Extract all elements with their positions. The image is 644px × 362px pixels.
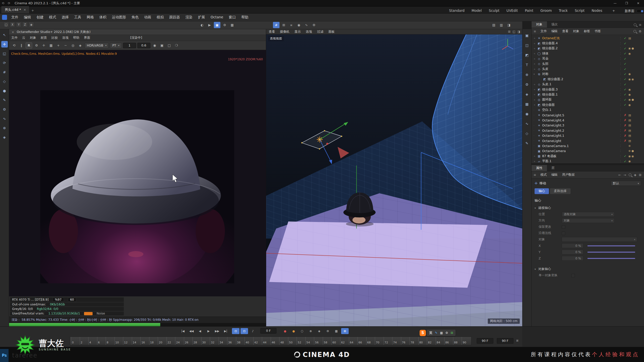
keyframe-button[interactable]: ▦ <box>333 328 340 334</box>
tab-layers[interactable]: 层 <box>547 165 559 171</box>
layout-tab[interactable]: Script <box>571 8 588 13</box>
object-row[interactable]: + ☀ Octane灯光 ⁚ ✓ ▤ <box>532 36 644 41</box>
visibility-dots[interactable]: ⁚ <box>620 47 621 50</box>
tool-icon[interactable]: ✎ <box>1 97 8 103</box>
dock-icon[interactable]: ◈ <box>524 91 530 98</box>
keyframe-button[interactable]: ● <box>281 328 289 334</box>
dock-icon[interactable]: ◩ <box>524 52 530 58</box>
visibility-dots[interactable]: ⁚ <box>620 67 621 71</box>
menu-item[interactable]: 模拟 <box>154 15 167 20</box>
octane-toolbar-button[interactable]: + <box>55 42 61 49</box>
z-value-field[interactable]: 0 % <box>562 256 583 261</box>
tool-icon[interactable]: ● <box>1 87 8 94</box>
object-row[interactable]: · ◩ 细分曲面.2 ⁚ ✓ ◉◉ <box>532 77 644 82</box>
object-name[interactable]: 头皮 <box>542 67 548 71</box>
toolbar-button[interactable]: ¤ <box>288 22 295 28</box>
layout-tab[interactable]: Track <box>555 8 571 13</box>
object-name[interactable]: OctaneCamera.1 <box>542 144 569 148</box>
enable-state-icon[interactable]: ✗ <box>623 113 627 117</box>
tool-option-tab[interactable]: 轴心 <box>535 188 549 194</box>
visibility-dots[interactable]: ⁚ <box>620 88 621 91</box>
undo-icon[interactable]: ⟲ <box>0 2 6 5</box>
tag-chips[interactable]: ▤ <box>628 37 644 40</box>
z-slider[interactable] <box>587 258 635 259</box>
menu-item[interactable]: 模式 <box>46 15 59 20</box>
sogou-logo-icon[interactable]: S <box>420 330 426 336</box>
object-name[interactable]: OctaneLight.2 <box>542 129 564 132</box>
visibility-dots[interactable]: ⁚ <box>620 144 621 148</box>
viewport-menu-item[interactable]: 过滤 <box>315 30 326 34</box>
object-row[interactable]: + ▦ 87 奇函板 ⁚ ✓ ◉◉ <box>532 154 644 159</box>
tool-icon[interactable]: ↖ <box>1 32 8 38</box>
expand-icon[interactable]: + <box>534 99 537 101</box>
tool-option-tab[interactable]: 柔和选择 <box>550 188 571 194</box>
octane-toolbar-button[interactable]: − <box>63 42 69 49</box>
expand-icon[interactable]: + <box>534 104 537 106</box>
expand-icon[interactable]: · <box>534 150 537 152</box>
search-icon[interactable] <box>634 23 636 26</box>
object-name[interactable]: 细分曲面.4 <box>542 41 558 46</box>
tool-icon[interactable]: ✛ <box>1 41 8 48</box>
menu-item[interactable]: 工具 <box>71 15 84 20</box>
toolbar-button[interactable]: ⊞ <box>280 22 287 28</box>
keyframe-button[interactable]: ◈ <box>315 328 323 334</box>
object-name[interactable]: 球体 <box>542 52 548 56</box>
visibility-dots[interactable]: ⁚ <box>620 139 621 143</box>
axis-gizmo-icon[interactable] <box>500 37 516 53</box>
expand-icon[interactable]: · <box>534 109 537 111</box>
toolbar-button[interactable]: ▢ <box>4 22 9 27</box>
toolbar-button[interactable]: ◨ <box>506 22 512 28</box>
visibility-dots[interactable]: ⁚ <box>620 134 621 137</box>
expand-icon[interactable]: + <box>534 42 537 45</box>
keyframe-button[interactable]: ● <box>290 328 297 334</box>
tag-chips[interactable]: ◉ <box>628 103 644 107</box>
menu-item[interactable]: 窗口 <box>226 15 238 20</box>
layout-tab[interactable]: Paint <box>521 8 537 13</box>
tag-chips[interactable]: ▤ <box>628 119 644 122</box>
dock-icon[interactable]: ◇ <box>524 130 530 137</box>
tag-chips[interactable]: ⊕● <box>628 149 644 153</box>
viewport-scene[interactable]: 透视视图 网格间距 : 500 cm <box>266 34 522 326</box>
timeline-ruler[interactable]: 0246810121416182022242628303234363840424… <box>70 337 471 345</box>
expand-icon[interactable]: + <box>534 63 537 65</box>
octane-toolbar-button[interactable]: ◉ <box>152 42 158 49</box>
visibility-dots[interactable]: ⁚ <box>620 119 621 122</box>
orientation-select[interactable]: 对象 ▾ <box>562 218 615 223</box>
toolbar-button[interactable]: ◉ <box>296 22 302 28</box>
octane-toolbar-button[interactable]: ▣ <box>159 42 165 49</box>
menu-item[interactable]: 跟踪器 <box>167 15 183 20</box>
object-name[interactable]: 细分曲面.2 <box>542 46 558 51</box>
menu-item[interactable]: 创建 <box>34 15 46 20</box>
lock-icon[interactable]: ◈ <box>634 173 636 177</box>
expand-icon[interactable]: · <box>534 145 537 147</box>
view-label[interactable]: 透视视图 <box>268 36 284 41</box>
search-icon[interactable] <box>633 30 636 33</box>
menu-item[interactable]: 运动图形 <box>109 15 129 20</box>
expand-icon[interactable]: + <box>534 88 537 91</box>
object-row[interactable]: + ▱ 平面.1 ⁚ ✓ ◉ <box>532 159 644 163</box>
octane-menu-item[interactable]: 选项 <box>60 36 71 40</box>
enable-state-icon[interactable]: ✓ <box>623 47 627 50</box>
tag-chips[interactable]: ◉● <box>628 47 644 50</box>
transport-button[interactable]: ◀◀ <box>188 328 195 334</box>
viewport-corner-icon[interactable]: ◱ <box>512 30 515 33</box>
enable-state-icon[interactable]: ✓ <box>623 62 627 66</box>
object-row[interactable]: · ☀ OctaneLight ⁚ ✗ ▤ <box>532 138 644 143</box>
object-name[interactable]: 头部 <box>542 62 548 66</box>
visibility-dots[interactable]: ⁚ <box>620 103 621 107</box>
keyframe-button[interactable]: ⊕ <box>307 328 314 334</box>
visibility-dots[interactable]: ⁚ <box>620 149 621 153</box>
enable-state-icon[interactable]: ✓ <box>623 98 627 102</box>
burger-icon[interactable]: ≡ <box>532 29 538 33</box>
expand-icon[interactable]: + <box>534 37 537 39</box>
toolbar-button[interactable]: ▣ <box>214 22 220 28</box>
tool-icon[interactable]: ∿ <box>1 115 8 122</box>
octane-toolbar-button[interactable]: ◎ <box>70 42 76 49</box>
tag-chips[interactable]: ▤ <box>628 134 644 137</box>
tag-chips[interactable]: ◉ <box>628 160 644 163</box>
object-name[interactable]: 细分曲面 <box>542 103 555 107</box>
octane-menu-item[interactable]: 界面 <box>82 36 93 40</box>
object-manager-menu-item[interactable]: 编辑 <box>549 29 560 33</box>
expand-icon[interactable]: · <box>534 114 537 116</box>
tag-chips[interactable]: ◉● <box>628 98 644 101</box>
